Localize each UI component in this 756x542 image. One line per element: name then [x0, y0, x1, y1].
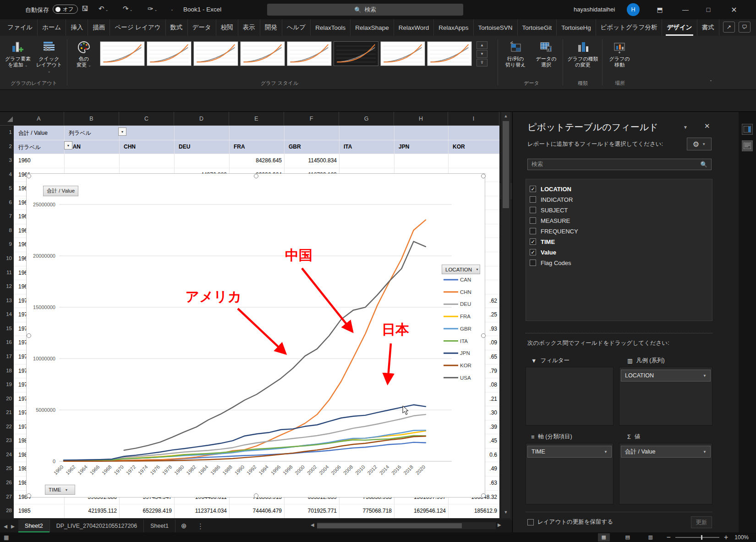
tab-nav-right-icon[interactable]: ▸ [11, 520, 18, 532]
row-header-22[interactable]: 22 [0, 424, 12, 429]
hscroll-left-icon[interactable]: ◀ [311, 522, 314, 527]
switch-row-column-button[interactable]: 行/列の切り替え [500, 38, 531, 68]
column-labels-filter-icon[interactable]: ▼ [118, 127, 126, 136]
checkbox-icon[interactable] [530, 260, 536, 266]
field-item-subject[interactable]: SUBJECT [530, 205, 568, 215]
cell-D2[interactable]: DEU [179, 144, 190, 150]
fields-options-button[interactable]: ⚙▼ [687, 138, 712, 150]
cell-G28[interactable]: 775068.718 [339, 508, 392, 514]
values-field-chip[interactable]: 合計 / Value▼ [621, 446, 711, 458]
row-header-5[interactable]: 5 [0, 185, 12, 191]
close-icon[interactable]: ✕ [724, 0, 744, 19]
column-header-B[interactable]: B [64, 112, 119, 126]
select-data-button[interactable]: データの選択 [531, 38, 561, 68]
row-header-11[interactable]: 11 [0, 270, 12, 275]
checkbox-icon[interactable]: ✓ [530, 238, 536, 245]
column-header-F[interactable]: F [284, 112, 339, 126]
pivot-chart[interactable]: 2500000020000000150000001000000050000000… [26, 173, 485, 498]
ribbon-tab-12[interactable]: RelaxShape [351, 19, 394, 36]
maximize-icon[interactable]: □ [698, 0, 718, 19]
ribbon-tab-15[interactable]: TortoiseSVN [474, 19, 518, 36]
select-all-corner-icon[interactable] [7, 116, 14, 123]
filters-dropzone[interactable] [526, 367, 614, 426]
accessibility-status-icon[interactable]: ▦ [4, 534, 9, 541]
row-header-10[interactable]: 10 [0, 255, 12, 261]
cell-F2[interactable]: GBR [289, 144, 301, 150]
ribbon-tab-20[interactable]: 書式 [697, 19, 719, 36]
vertical-scrollbar[interactable]: ▲ ▼ [501, 112, 510, 518]
row-header-14[interactable]: 14 [0, 311, 12, 317]
row-header-17[interactable]: 17 [0, 354, 12, 359]
field-item-location[interactable]: ✓LOCATION [530, 184, 571, 194]
ribbon-tab-3[interactable]: 描画 [88, 19, 110, 36]
ribbon-tab-8[interactable]: 表示 [238, 19, 260, 36]
defer-layout-checkbox[interactable]: レイアウトの更新を保留する [527, 518, 613, 526]
gallery-down-icon[interactable]: ▼ [477, 50, 488, 58]
sheet-tab-sheet2[interactable]: Sheet2 [18, 520, 50, 532]
row-header-6[interactable]: 6 [0, 199, 12, 205]
autosave-toggle[interactable]: オフ [53, 5, 78, 14]
checkbox-icon[interactable] [530, 207, 536, 213]
panel-close-icon[interactable]: ✕ [704, 122, 710, 130]
column-header-G[interactable]: G [339, 112, 394, 126]
zoom-out-icon[interactable]: − [667, 533, 671, 542]
save-icon[interactable]: 🖫 [82, 5, 88, 12]
cell-G2[interactable]: ITA [344, 144, 352, 150]
cell-A2[interactable]: 行ラベル [18, 144, 41, 151]
change-colors-button[interactable]: 色の変更 ⌄ [70, 38, 98, 68]
update-button[interactable]: 更新 [691, 516, 712, 528]
row-header-2[interactable]: 2 [0, 144, 12, 149]
ribbon-tab-2[interactable]: 挿入 [66, 19, 88, 36]
row-header-20[interactable]: 20 [0, 396, 12, 401]
cell-F3[interactable]: 114500.834 [284, 157, 337, 164]
gallery-up-icon[interactable]: ▲ [477, 41, 488, 49]
change-chart-type-button[interactable]: グラフの種類の変更 [565, 38, 600, 68]
row-header-16[interactable]: 16 [0, 339, 12, 345]
column-header-H[interactable]: H [394, 112, 448, 126]
chart-style-thumbnail-4[interactable] [240, 41, 285, 66]
ribbon-tab-11[interactable]: RelaxTools [311, 19, 351, 36]
row-header-19[interactable]: 19 [0, 382, 12, 387]
chart-style-thumbnail-2[interactable] [147, 41, 192, 66]
ribbon-tab-10[interactable]: ヘルプ [282, 19, 311, 36]
sheet-tab-dp_live_27042021055127206[interactable]: DP_LIVE_27042021055127206 [50, 520, 144, 532]
ribbon-tab-9[interactable]: 開発 [260, 19, 282, 36]
axis-field-chip[interactable]: TIME▼ [527, 446, 612, 458]
cell-B1[interactable]: 列ラベル [69, 129, 91, 137]
column-header-C[interactable]: C [119, 112, 174, 126]
chart-style-thumbnail-7[interactable] [380, 41, 425, 66]
cell-E28[interactable]: 744406.479 [229, 508, 282, 514]
row-header-8[interactable]: 8 [0, 227, 12, 233]
chart-style-thumbnail-8[interactable] [427, 41, 472, 66]
avatar[interactable]: H [627, 3, 640, 16]
checkbox-icon[interactable] [530, 196, 536, 203]
row-header-4[interactable]: 4 [0, 171, 12, 177]
zoom-slider-thumb[interactable] [701, 535, 702, 540]
normal-view-icon[interactable]: ▦ [598, 533, 610, 542]
undo-icon[interactable]: ↶ ⌄ [99, 5, 109, 13]
page-layout-view-icon[interactable]: ▤ [622, 533, 634, 542]
cell-H2[interactable]: JPN [399, 144, 409, 150]
checkbox-icon[interactable]: ✓ [530, 186, 536, 192]
row-header-23[interactable]: 23 [0, 437, 12, 443]
ribbon-tab-7[interactable]: 校閲 [216, 19, 238, 36]
row-header-7[interactable]: 7 [0, 213, 12, 219]
comment-icon[interactable]: 🗩 [739, 22, 751, 33]
row-header-27[interactable]: 27 [0, 494, 12, 499]
ribbon-display-options-icon[interactable]: ⬒ [650, 0, 670, 19]
ribbon-tab-1[interactable]: ホーム [38, 19, 66, 36]
row-header-13[interactable]: 13 [0, 298, 12, 303]
hscroll-right-icon[interactable]: ▶ [498, 522, 501, 527]
cell-I28[interactable]: 185612.9 [448, 508, 497, 514]
quick-layout-button[interactable]: クイックレイアウト ⌄ [34, 38, 64, 74]
field-item-frequency[interactable]: FREQUENCY [530, 226, 578, 236]
panel-options-icon[interactable]: ▼ [683, 125, 688, 130]
cell-C2[interactable]: CHN [124, 144, 136, 150]
chart-style-thumbnail-5[interactable] [287, 41, 332, 66]
minimize-icon[interactable]: — [675, 0, 696, 19]
column-header-I[interactable]: I [448, 112, 499, 126]
cell-F28[interactable]: 701925.771 [284, 508, 337, 514]
cell-A3[interactable]: 1960 [18, 157, 31, 164]
tab-nav-left-icon[interactable]: ◂ [0, 520, 11, 532]
chart-style-thumbnail-3[interactable] [193, 41, 238, 66]
